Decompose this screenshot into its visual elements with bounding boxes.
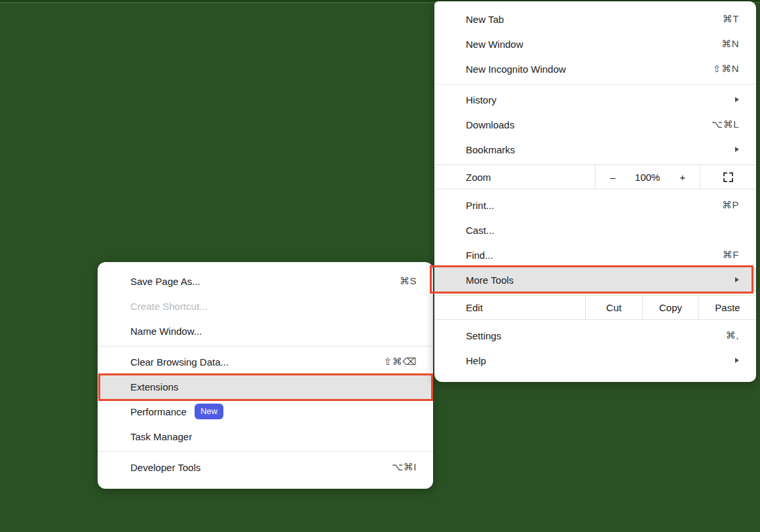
edit-label: Edit <box>434 295 585 319</box>
menu-item-help[interactable]: Help <box>434 348 756 373</box>
menu-item-label: Task Manager <box>130 431 192 442</box>
menu-item-label: New Window <box>466 39 523 50</box>
shortcut-text: ⌘F <box>723 249 739 261</box>
menu-item-label: New Tab <box>466 14 504 25</box>
menu-item-label: Downloads <box>466 119 514 130</box>
menu-item-more-tools[interactable]: More Tools <box>434 267 756 292</box>
shortcut-text: ⌘S <box>400 275 417 287</box>
shortcut-text: ⌘N <box>721 38 739 50</box>
paste-button[interactable]: Paste <box>698 295 756 319</box>
menu-item-cast[interactable]: Cast... <box>434 218 756 242</box>
menu-item-developer-tools[interactable]: Developer Tools ⌥⌘I <box>98 455 433 480</box>
menu-item-name-window[interactable]: Name Window... <box>98 318 433 343</box>
menu-item-label: Performance <box>130 406 187 417</box>
menu-item-label: Print... <box>466 200 494 211</box>
submenu-arrow-icon <box>735 358 739 363</box>
menu-item-clear-browsing-data[interactable]: Clear Browsing Data... ⇧⌘⌫ <box>98 349 433 374</box>
shortcut-text: ⇧⌘⌫ <box>384 356 417 368</box>
menu-separator <box>98 451 433 452</box>
menu-item-label: History <box>466 94 497 105</box>
more-tools-submenu: Save Page As... ⌘S Create Shortcut... Na… <box>98 262 433 489</box>
cut-button[interactable]: Cut <box>585 295 642 319</box>
menu-item-label: Find... <box>466 250 493 261</box>
menu-item-label: Cast... <box>466 225 494 236</box>
menu-item-label: Save Page As... <box>130 276 200 287</box>
menu-item-label: Clear Browsing Data... <box>130 356 229 368</box>
zoom-out-button[interactable]: – <box>610 172 615 183</box>
menu-item-create-shortcut: Create Shortcut... <box>98 294 433 318</box>
menu-item-new-window[interactable]: New Window ⌘N <box>434 31 756 56</box>
submenu-arrow-icon <box>735 277 739 282</box>
submenu-arrow-icon <box>735 97 739 102</box>
new-badge: New <box>195 404 223 419</box>
fullscreen-icon <box>723 172 733 182</box>
chrome-main-menu: New Tab ⌘T New Window ⌘N New Incognito W… <box>434 1 756 382</box>
menu-separator <box>98 346 433 347</box>
shortcut-text: ⌘P <box>722 199 739 211</box>
menu-item-performance[interactable]: Performance New <box>98 399 433 424</box>
menu-item-bookmarks[interactable]: Bookmarks <box>434 137 756 162</box>
submenu-arrow-icon <box>735 147 739 152</box>
menu-item-settings[interactable]: Settings ⌘, <box>434 323 756 348</box>
shortcut-text: ⌘T <box>723 13 739 25</box>
menu-item-history[interactable]: History <box>434 87 756 112</box>
menu-item-extensions[interactable]: Extensions <box>98 374 433 399</box>
menu-item-task-manager[interactable]: Task Manager <box>98 424 433 449</box>
zoom-label: Zoom <box>434 165 595 189</box>
menu-item-print[interactable]: Print... ⌘P <box>434 193 756 218</box>
menu-item-label: Developer Tools <box>130 462 200 473</box>
shortcut-text: ⌥⌘L <box>712 119 739 130</box>
menu-item-label: More Tools <box>466 275 514 286</box>
zoom-in-button[interactable]: + <box>679 172 685 183</box>
menu-item-find[interactable]: Find... ⌘F <box>434 242 756 267</box>
menu-item-downloads[interactable]: Downloads ⌥⌘L <box>434 112 756 137</box>
shortcut-text: ⌘, <box>726 330 739 341</box>
menu-item-new-tab[interactable]: New Tab ⌘T <box>434 7 756 31</box>
shortcut-text: ⇧⌘N <box>713 63 739 75</box>
copy-button[interactable]: Copy <box>642 295 698 319</box>
menu-separator <box>434 84 756 85</box>
zoom-level-value: 100% <box>635 172 660 183</box>
menu-item-label: New Incognito Window <box>466 64 566 75</box>
zoom-row: Zoom – 100% + <box>434 164 756 189</box>
menu-item-label: Settings <box>466 330 501 341</box>
menu-item-label: Create Shortcut... <box>130 301 208 312</box>
edit-row: Edit Cut Copy Paste <box>434 295 756 320</box>
menu-item-label: Bookmarks <box>466 144 515 155</box>
menu-item-label: Extensions <box>130 381 178 392</box>
fullscreen-button[interactable] <box>700 165 756 189</box>
menu-item-save-page-as[interactable]: Save Page As... ⌘S <box>98 269 433 294</box>
menu-item-label: Name Window... <box>130 326 202 337</box>
menu-item-label: Help <box>466 355 486 366</box>
menu-item-new-incognito-window[interactable]: New Incognito Window ⇧⌘N <box>434 56 756 81</box>
zoom-controls: – 100% + <box>595 165 700 189</box>
shortcut-text: ⌥⌘I <box>392 461 417 473</box>
